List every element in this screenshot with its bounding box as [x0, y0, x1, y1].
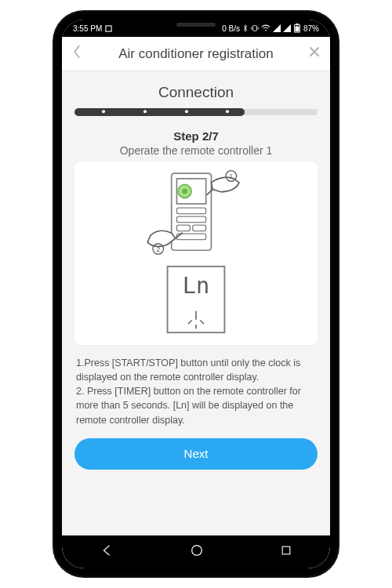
ln-display-icon: Ln [162, 263, 230, 336]
step-subtitle: Operate the remote controller 1 [74, 144, 318, 157]
vibrate-icon [251, 24, 259, 32]
svg-text:1: 1 [229, 172, 233, 180]
signal-icon [273, 24, 281, 32]
svg-rect-27 [282, 546, 290, 554]
illustration-card: 1 2 Ln [74, 162, 318, 345]
next-button[interactable]: Next [74, 438, 318, 470]
instructions-text: 1.Press [START/STOP] button until only t… [74, 356, 318, 427]
android-nav-bar [62, 535, 330, 568]
progress-dots [74, 107, 318, 115]
progress-bar [74, 107, 318, 115]
close-button[interactable] [302, 45, 321, 62]
nav-home-icon[interactable] [190, 543, 204, 561]
battery-icon [293, 24, 301, 33]
step-header: Step 2/7 Operate the remote controller 1 [74, 129, 318, 157]
svg-point-26 [192, 546, 202, 556]
step-label: Step 2/7 [74, 129, 318, 143]
signal-icon-2 [283, 24, 291, 32]
nav-back-icon[interactable] [100, 543, 114, 561]
remote-illustration-icon: 1 2 [145, 169, 247, 256]
back-button[interactable] [71, 45, 90, 63]
screen: 3:55 PM 0 B/s [62, 20, 330, 568]
status-battery-percent: 87% [303, 24, 319, 33]
content-area: Connection Step 2/7 Operate the remote c… [62, 71, 330, 535]
svg-rect-1 [252, 26, 256, 31]
svg-point-11 [182, 189, 187, 194]
phone-speaker [176, 23, 216, 27]
bluetooth-icon [242, 24, 249, 32]
section-title: Connection [74, 84, 318, 101]
status-time: 3:55 PM [73, 24, 102, 33]
instruction-line-2: 2. Press [TIMER] button on the remote co… [76, 384, 316, 426]
instruction-line-1: 1.Press [START/STOP] button until only t… [76, 356, 316, 384]
app-bar: Air conditioner registration [62, 37, 330, 71]
svg-point-4 [265, 30, 267, 31]
svg-rect-7 [295, 26, 299, 31]
phone-frame: 3:55 PM 0 B/s [54, 12, 338, 576]
svg-text:2: 2 [156, 245, 160, 253]
svg-rect-0 [106, 25, 111, 31]
app-indicator-icon [105, 25, 112, 32]
nav-recent-icon[interactable] [280, 544, 292, 560]
status-data-rate: 0 B/s [222, 24, 240, 33]
page-title: Air conditioner registration [90, 46, 302, 62]
display-illustration: Ln [162, 263, 230, 337]
wifi-icon [261, 24, 270, 32]
display-text: Ln [183, 272, 210, 299]
